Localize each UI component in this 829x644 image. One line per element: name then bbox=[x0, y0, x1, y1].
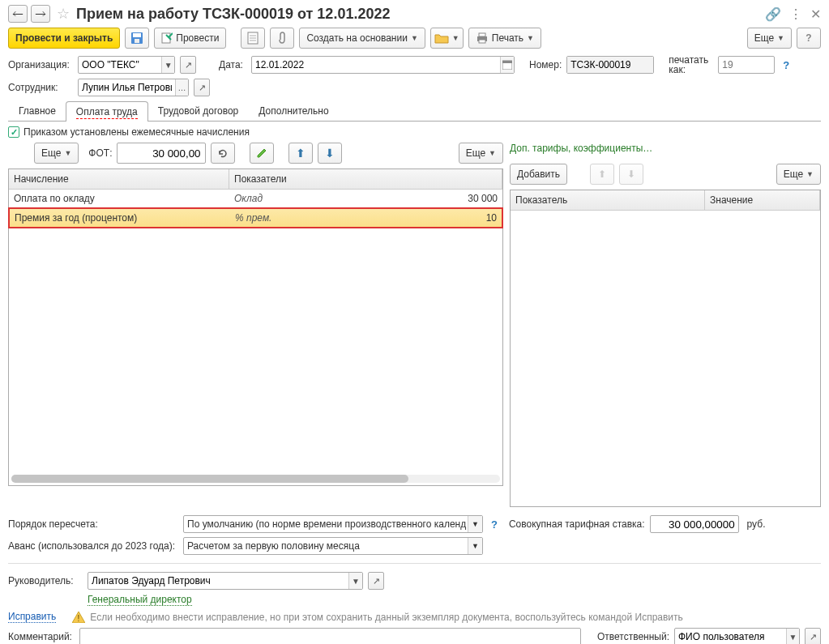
svg-rect-2 bbox=[135, 39, 139, 43]
chevron-down-icon: ▼ bbox=[452, 34, 459, 42]
chevron-down-icon: ▼ bbox=[64, 149, 71, 157]
move-down-button[interactable]: ⬇ bbox=[318, 143, 342, 164]
grid-col-accrual[interactable]: Начисление bbox=[9, 169, 229, 189]
grid-col-indicators[interactable]: Показатели bbox=[229, 169, 502, 189]
pencil-icon bbox=[256, 147, 267, 159]
link-icon[interactable]: 🔗 bbox=[765, 6, 781, 22]
nav-forward-button[interactable]: 🡒 bbox=[31, 5, 50, 23]
help-button[interactable]: ? bbox=[797, 28, 821, 49]
org-field[interactable]: ▼ bbox=[78, 56, 175, 74]
post-button[interactable]: Провести bbox=[154, 28, 226, 49]
position-link[interactable]: Генеральный директор bbox=[88, 594, 192, 606]
fot-input[interactable] bbox=[117, 143, 206, 164]
tab-contract[interactable]: Трудовой договор bbox=[147, 100, 249, 121]
advance-select[interactable]: Расчетом за первую половину месяца ▼ bbox=[183, 537, 483, 555]
paperclip-icon bbox=[276, 32, 288, 45]
move-up-button[interactable]: ⬆ bbox=[288, 143, 313, 164]
table-row[interactable]: Оплата по окладу Оклад 30 000 bbox=[9, 190, 502, 208]
rate-label: Совокупная тарифная ставка: bbox=[509, 518, 645, 530]
comment-input[interactable] bbox=[80, 629, 580, 644]
svg-text:!: ! bbox=[78, 614, 80, 623]
manager-input[interactable] bbox=[88, 573, 348, 589]
fix-note: Если необходимо внести исправление, но п… bbox=[90, 612, 683, 623]
responsible-open-button[interactable]: ↗ bbox=[805, 628, 821, 644]
move-down-button: ⬇ bbox=[619, 164, 643, 185]
calendar-icon[interactable] bbox=[500, 57, 514, 73]
grid2-col-indicator[interactable]: Показатель bbox=[511, 190, 705, 210]
save-button[interactable] bbox=[125, 28, 149, 49]
post-and-close-button[interactable]: Провести и закрыть bbox=[8, 28, 120, 49]
accruals-grid[interactable]: Начисление Показатели Оплата по окладу О… bbox=[8, 168, 503, 486]
nav-back-button[interactable]: 🡐 bbox=[8, 5, 28, 23]
right-more-button[interactable]: Еще ▼ bbox=[776, 164, 821, 185]
responsible-field[interactable]: ▼ bbox=[674, 628, 800, 644]
manager-open-button[interactable]: ↗ bbox=[368, 572, 384, 590]
comment-field[interactable] bbox=[79, 628, 581, 644]
help-icon[interactable]: ? bbox=[780, 59, 793, 71]
date-input[interactable] bbox=[252, 57, 500, 73]
chevron-down-icon[interactable]: ▼ bbox=[468, 516, 482, 532]
table-row[interactable]: Премия за год (процентом) % прем. 10 bbox=[8, 207, 503, 228]
recalc-label: Порядок пересчета: bbox=[8, 518, 178, 530]
print-as-input[interactable] bbox=[719, 57, 774, 73]
responsible-label: Ответственный: bbox=[597, 631, 669, 642]
scrollbar-thumb[interactable] bbox=[11, 475, 408, 483]
rate-input[interactable] bbox=[650, 515, 739, 533]
tab-main[interactable]: Главное bbox=[8, 100, 66, 121]
document-icon-button[interactable] bbox=[241, 28, 265, 49]
chevron-down-icon[interactable]: ▼ bbox=[348, 573, 362, 589]
help-icon[interactable]: ? bbox=[488, 518, 501, 531]
manager-field[interactable]: ▼ bbox=[88, 572, 363, 590]
recalc-select[interactable]: По умолчанию (по норме времени производс… bbox=[183, 515, 483, 533]
chevron-down-icon[interactable]: ▼ bbox=[468, 538, 482, 554]
chevron-down-icon[interactable]: ▼ bbox=[786, 629, 799, 644]
indicators-grid[interactable]: Показатель Значение bbox=[510, 190, 821, 507]
recalc-value: По умолчанию (по норме времени производс… bbox=[184, 518, 468, 530]
folder-dropdown-button[interactable]: ▼ bbox=[430, 28, 464, 49]
additional-tariffs-link[interactable]: Доп. тарифы, коэффициенты… bbox=[510, 143, 652, 154]
create-based-on-button[interactable]: Создать на основании ▼ bbox=[299, 28, 425, 49]
close-icon[interactable]: ✕ bbox=[810, 6, 821, 22]
employee-field[interactable]: … bbox=[78, 79, 189, 96]
window-title: Прием на работу ТСЗК-000019 от 12.01.202… bbox=[76, 6, 762, 23]
chevron-down-icon[interactable]: ▼ bbox=[161, 57, 174, 73]
date-field[interactable] bbox=[251, 56, 515, 74]
warning-icon: ! bbox=[72, 612, 85, 623]
number-input bbox=[567, 57, 653, 73]
scrollbar[interactable] bbox=[11, 475, 500, 483]
responsible-input[interactable] bbox=[675, 629, 786, 644]
svg-rect-12 bbox=[502, 61, 512, 63]
left-more-button[interactable]: Еще ▼ bbox=[34, 143, 79, 164]
kebab-menu-icon[interactable]: ⋮ bbox=[789, 6, 802, 22]
advance-label: Аванс (использовался до 2023 года): bbox=[8, 540, 178, 552]
org-input[interactable] bbox=[79, 57, 161, 73]
date-label: Дата: bbox=[219, 59, 246, 70]
cell-value: 10 bbox=[364, 209, 502, 227]
star-icon[interactable]: ☆ bbox=[57, 5, 70, 23]
fot-label: ФОТ: bbox=[88, 147, 112, 159]
tab-payment[interactable]: Оплата труда bbox=[66, 101, 148, 122]
refresh-button[interactable] bbox=[211, 143, 235, 164]
attachment-button[interactable] bbox=[270, 28, 294, 49]
add-button[interactable]: Добавить bbox=[510, 164, 567, 185]
cell-name: Премия за год (процентом) bbox=[10, 209, 230, 227]
more-label: Еще bbox=[754, 32, 774, 44]
tab-additional[interactable]: Дополнительно bbox=[248, 100, 339, 121]
post-button-label: Провести bbox=[176, 32, 219, 44]
employee-open-button[interactable]: ↗ bbox=[194, 79, 210, 96]
employee-input[interactable] bbox=[79, 79, 175, 96]
org-open-button[interactable]: ↗ bbox=[180, 56, 196, 74]
advance-value: Расчетом за первую половину месяца bbox=[184, 540, 468, 552]
org-label: Организация: bbox=[8, 59, 73, 70]
print-as-field[interactable] bbox=[718, 56, 775, 74]
chevron-down-icon: ▼ bbox=[411, 34, 418, 42]
grid2-col-value[interactable]: Значение bbox=[705, 190, 820, 210]
fix-link[interactable]: Исправить bbox=[8, 611, 56, 623]
edit-button[interactable] bbox=[250, 143, 274, 164]
print-button[interactable]: Печать ▼ bbox=[468, 28, 541, 49]
ellipsis-icon[interactable]: … bbox=[175, 79, 188, 96]
left-more-button-2[interactable]: Еще ▼ bbox=[459, 143, 503, 164]
monthly-accrual-checkbox[interactable]: ✓ bbox=[8, 126, 19, 138]
cell-param: Оклад bbox=[229, 190, 363, 207]
more-button[interactable]: Еще ▼ bbox=[747, 28, 792, 49]
